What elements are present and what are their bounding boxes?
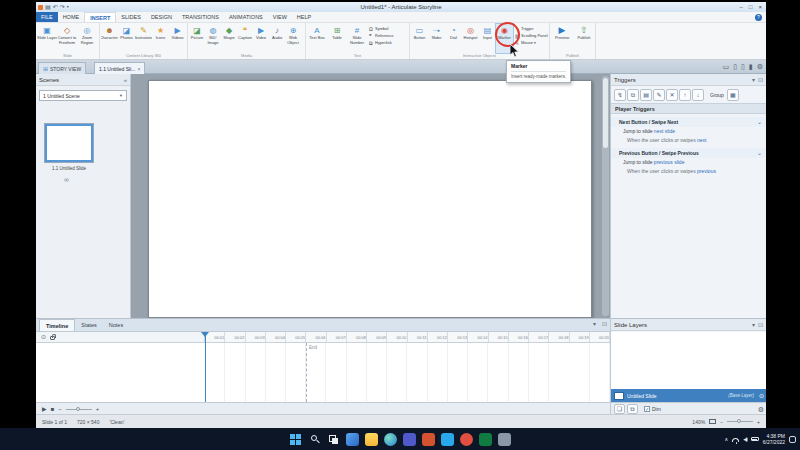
timeline-tab[interactable]: Timeline <box>39 319 75 331</box>
story-view-tab[interactable]: ⊞ STORY VIEW <box>38 62 86 74</box>
chevron-down-icon[interactable]: ▾ <box>752 77 755 83</box>
trigger-link[interactable]: next slide <box>654 128 675 134</box>
tab-file[interactable]: FILE <box>36 12 58 22</box>
slide-thumbnail[interactable] <box>45 124 93 162</box>
move-up-button[interactable]: ↑ <box>679 89 691 101</box>
collapse-panel-icon[interactable]: « <box>124 77 127 83</box>
chevron-down-icon[interactable]: ⌄ <box>757 150 762 156</box>
taskbar-app-icon[interactable] <box>422 433 435 446</box>
close-tab-icon[interactable]: × <box>137 63 140 75</box>
zoom-out-icon[interactable]: − <box>720 419 723 425</box>
dock-panel-icon[interactable]: ⊡ <box>602 321 607 327</box>
reference-button[interactable]: ❞Reference <box>369 34 393 39</box>
tab-design[interactable]: DESIGN <box>146 12 177 22</box>
volume-icon[interactable]: ◀) <box>743 437 747 442</box>
slider-knob[interactable] <box>737 419 741 423</box>
maximize-button[interactable]: □ <box>749 2 753 12</box>
video-button[interactable]: ▶Video <box>253 24 269 53</box>
wifi-icon[interactable] <box>732 438 739 442</box>
notes-tab[interactable]: Notes <box>103 319 129 331</box>
edge-icon[interactable] <box>384 433 397 446</box>
photos-button[interactable]: ◪Photos <box>118 24 135 53</box>
duplicate-layer-button[interactable]: ⧉ <box>627 404 638 414</box>
scrollbar-thumb[interactable] <box>603 78 608 148</box>
play-button[interactable]: ▶ <box>42 406 47 412</box>
taskbar-clock[interactable]: 4:38 PM 6/27/2022 <box>763 433 785 446</box>
zoom-in-icon[interactable]: + <box>757 419 760 425</box>
zoom-slider[interactable] <box>727 421 753 422</box>
tablet-landscape-icon[interactable]: ▯ <box>733 63 737 71</box>
tab-help[interactable]: HELP <box>292 12 316 22</box>
new-layer-button[interactable]: ❏ <box>614 404 625 414</box>
undo-icon[interactable]: ↶ <box>53 3 58 11</box>
group-view-button[interactable]: ▦ <box>727 89 739 101</box>
stop-button[interactable]: ■ <box>51 406 55 412</box>
gear-icon[interactable]: ⚙ <box>757 63 763 71</box>
timeline-ruler[interactable]: 00:0100:0200:0300:0400:0500:0600:0700:08… <box>205 332 610 343</box>
playhead-line[interactable] <box>205 335 206 402</box>
desktop-preview-icon[interactable]: ▭ <box>723 63 730 71</box>
chevron-down-icon[interactable]: ▾ <box>67 3 69 11</box>
chevron-down-icon[interactable]: ⌄ <box>757 119 762 125</box>
publish-button[interactable]: ⇧Publish <box>573 24 595 53</box>
preview-button[interactable]: ▶Preview <box>551 24 573 53</box>
phone-preview-icon[interactable]: ▮ <box>749 63 753 71</box>
slide-canvas[interactable] <box>131 74 610 318</box>
dock-panel-icon[interactable]: ⊡ <box>758 77 763 83</box>
input-button[interactable]: ▤Input <box>479 24 496 53</box>
trigger-link[interactable]: previous slide <box>654 159 685 165</box>
layers-list[interactable] <box>611 332 766 389</box>
chevron-down-icon[interactable]: ▾ <box>752 322 755 328</box>
vertical-scrollbar[interactable] <box>602 76 609 316</box>
close-button[interactable]: × <box>758 2 762 12</box>
videos-button[interactable]: ▶Videos <box>169 24 186 53</box>
delete-trigger-button[interactable]: ✕ <box>666 89 678 101</box>
copy-trigger-button[interactable]: ⧉ <box>627 89 639 101</box>
playhead-handle[interactable] <box>201 332 209 337</box>
shape-button[interactable]: ◆Shape <box>221 24 237 53</box>
widgets-icon[interactable] <box>346 433 359 446</box>
slider-button[interactable]: ─●Slider <box>428 24 445 53</box>
dock-panel-icon[interactable]: ⊡ <box>758 322 763 328</box>
lock-icon[interactable] <box>50 336 55 340</box>
fit-to-window-icon[interactable] <box>709 419 716 424</box>
zoom-in-icon[interactable]: + <box>96 406 100 412</box>
convert-to-freeform-button[interactable]: ◇Convert to Freeform <box>57 24 77 53</box>
slide-number-button[interactable]: #Slide Number <box>347 24 367 53</box>
redo-icon[interactable]: ↷ <box>60 3 65 11</box>
picture-button[interactable]: ◪Picture <box>189 24 205 53</box>
characters-button[interactable]: ☻Characters <box>101 24 118 53</box>
slide-tab[interactable]: 1.1 Untitled Sli... × <box>94 62 145 74</box>
taskbar-app-icon[interactable] <box>498 433 511 446</box>
battery-icon[interactable] <box>751 437 759 441</box>
gear-icon[interactable]: ⚙ <box>758 406 764 413</box>
eye-icon[interactable]: ⊙ <box>41 334 46 340</box>
slider-knob[interactable] <box>76 407 80 411</box>
hyperlink-button[interactable]: ⧉Hyperlink <box>369 41 393 46</box>
states-tab[interactable]: States <box>75 319 103 331</box>
button-button[interactable]: ▭Button <box>411 24 428 53</box>
tab-home[interactable]: HOME <box>58 12 85 22</box>
zoom-out-icon[interactable]: − <box>58 406 62 412</box>
web-object-button[interactable]: ⊕Web Object <box>285 24 301 53</box>
trigger-link[interactable]: next <box>697 137 706 143</box>
trigger-title-row[interactable]: Previous Button / Swipe Previous ⌄ <box>611 148 766 158</box>
scene-selector-dropdown[interactable]: 1 Untitled Scene ▼ <box>39 90 127 101</box>
start-icon[interactable] <box>290 434 301 445</box>
save-icon[interactable]: ▤ <box>45 3 51 11</box>
move-down-button[interactable]: ↓ <box>692 89 704 101</box>
tab-slides[interactable]: SLIDES <box>116 12 146 22</box>
new-trigger-button[interactable]: ↯ <box>614 89 626 101</box>
tablet-portrait-icon[interactable]: ▯ <box>741 63 745 71</box>
minimize-button[interactable]: – <box>740 2 743 12</box>
dial-button[interactable]: ◔Dial <box>445 24 462 53</box>
base-layer-row[interactable]: Untitled Slide (Base Layer) ⊙ <box>611 389 766 402</box>
file-explorer-icon[interactable] <box>365 433 378 446</box>
taskbar-app-icon[interactable] <box>403 433 416 446</box>
task-view-icon[interactable] <box>327 433 340 446</box>
taskbar-app-icon[interactable] <box>441 433 454 446</box>
symbol-button[interactable]: ΩSymbol <box>369 27 393 32</box>
trigger-button[interactable]: ↯Trigger <box>515 27 548 32</box>
table-button[interactable]: ⊞Table <box>327 24 347 53</box>
taskbar-app-icon[interactable] <box>460 433 473 446</box>
